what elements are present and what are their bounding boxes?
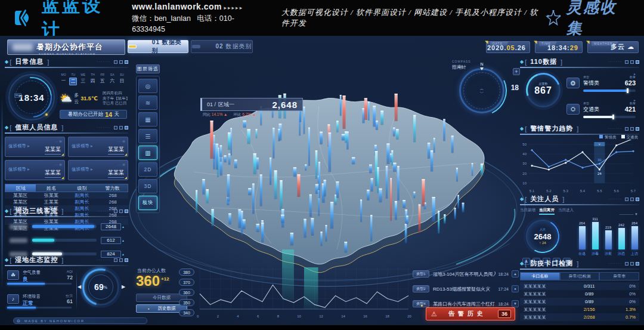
focus-tab[interactable]: 当日新增 [520,208,535,215]
tab-data-category-01[interactable]: 01 数据类别 [128,40,188,53]
window-controls[interactable] [114,60,128,64]
expand-icon [125,126,128,129]
collect-text: 灵感收集 [566,0,628,39]
restore-icon [119,258,123,262]
window-controls[interactable] [625,127,639,131]
minimize-icon [625,198,628,201]
window-controls[interactable] [114,209,128,213]
lunar-calendar-text: 闰四月初四庚子年【鼠年】辛巳月 己巳日 [103,91,130,106]
focus-tab[interactable]: 当日离开 [539,208,555,215]
layer-button-3D[interactable]: 3D [138,179,157,193]
panel-checkpoint: ◆[防疫卡口检测] ······· 卡口名称异常/已检测异常率 某某某某某0/3… [520,259,639,316]
office-line-chart[interactable] [197,266,411,314]
weekday-cell[interactable]: TU二 [69,73,77,85]
checkpoint-row[interactable]: 某某某某某0/3110% [520,282,639,290]
bottom-black-bar [0,325,644,330]
restore-icon [630,262,634,266]
made-by-watermark: ⊙ MADE BY NEHOMMICOR [13,317,147,324]
eco-gauge: 69% [82,269,119,306]
trend-line-chart[interactable]: 5040302010˅30245.15.25.35.45.55.65.7 [520,140,638,195]
office-chart-x-axis: 02468101214161820 [197,314,411,318]
barchart-icon[interactable]: ▥ [138,146,157,160]
focus-tab[interactable]: 当日进入 [558,208,574,215]
camera-icon[interactable]: ◎ [138,79,157,93]
website-link[interactable]: www.lanlanwork.com [132,2,222,11]
tab-data-category-02[interactable]: 02 数据类别 [191,40,253,53]
alarm-type-row: ⛭类型交通类数量421▸ [566,101,636,125]
svg-text:20: 20 [522,172,527,175]
scroll-down-button[interactable]: ▼ [512,300,519,307]
minimize-icon [114,209,117,213]
layer-button-2D[interactable]: 2D [138,162,157,177]
duty-leader-card[interactable]: 值班领导··· ⊗某某某 [68,160,128,180]
window-controls[interactable] [625,198,639,201]
minimize-icon [625,60,628,64]
gauge-right-arrow[interactable]: ▶ [122,284,125,289]
y-axis-box: 350 [179,299,194,306]
tab-indicator [128,45,137,48]
duty-leader-card[interactable]: 值班领导··· ⊗某某某 [5,137,65,157]
restore-icon [630,127,634,131]
window-controls[interactable] [114,126,128,129]
checkpoint-tab[interactable]: 异常率 [599,272,639,280]
compass-center-icon: ︿﹀ [480,87,484,95]
svg-text:5.6: 5.6 [614,189,619,193]
scroll-up-button[interactable]: ▲ [512,270,519,277]
alert-history-button[interactable]: ● ⚠ 告警历史 36 [426,307,515,320]
window-controls[interactable] [625,60,639,64]
layer-filter-toolbar: 图层筛选 ◎≋▦☰▥2D3D板块 [136,64,160,213]
panel-title: 日常信息 [15,57,44,66]
gauge-left-arrow[interactable]: ◀ [78,284,81,289]
weekday-cell[interactable]: SA六 [109,73,116,85]
svg-text:30: 30 [597,158,602,162]
weekday-cell[interactable]: FR五 [98,73,106,85]
svg-text:5.4: 5.4 [580,189,586,193]
weekday-cell[interactable]: SU日 [118,73,126,85]
checkpoint-row[interactable]: 某某某某某0/890% [520,290,639,298]
svg-text:50: 50 [522,143,527,146]
scroll-dot[interactable]: ● [512,285,519,292]
expand-icon [125,258,128,262]
duty-leader-card[interactable]: 值班领导··· ⊗某某某 [5,160,65,180]
y-axis-box: 370 [179,279,194,286]
zoom-in-button[interactable]: + [513,68,520,75]
weekday-cell[interactable]: WE三 [79,73,87,85]
svg-text:30: 30 [522,162,527,165]
alarm-type-row: ❂类型警情类数量623▸ [566,75,636,99]
window-controls[interactable] [114,258,128,262]
card-close-icon[interactable]: ··· ⊗ [117,139,125,143]
alert-type-badge: 类型2 [413,285,429,292]
checkpoint-row[interactable]: 某某某某某2/2680.7% [520,313,639,321]
list-icon[interactable]: ☰ [138,129,157,143]
alert-row[interactable]: 类型2RD13-53烟感报警疑似火灾17:24● [413,283,519,294]
traffic-icon: ⛭ [566,104,580,115]
weekday-row[interactable]: MO一TU二WE三TH四FR五SA六SU日 [60,73,126,85]
weekday-cell[interactable]: TH四 [89,73,97,85]
eco-metric: ☘空气质量·········良AQI72 [7,270,73,279]
blurred-label [10,238,27,243]
cloud-sun-icon: ⛅ [60,92,72,104]
arrows-decoration: ▸▸▸▸▸ [224,5,244,11]
signal-icon[interactable]: ≋ [138,95,157,110]
table-row[interactable]: 某某区张某某副局长268 [5,192,128,199]
checkpoint-tab[interactable]: 异常/已检测 [560,272,600,280]
duty-leader-card[interactable]: 值班领导··· ⊗某某某 [68,137,128,157]
checkpoint-row[interactable]: 某某某某某0/890% [520,298,639,306]
flow-value: 2648 [101,223,121,230]
checkpoint-tab[interactable]: 卡口名称 [520,272,560,280]
window-controls[interactable] [625,262,639,266]
zoom-level: 18 [511,84,519,92]
card-close-icon[interactable]: ··· ⊗ [54,162,62,166]
eco-metric: ♪环境噪音·········正常分贝61 [7,294,73,303]
flow-value: 612 [101,237,121,244]
restore-icon [119,126,123,129]
layer-button-板块[interactable]: 板块 [138,196,157,210]
card-close-icon[interactable]: ··· ⊗ [117,162,125,166]
left-edge-decoration [1,95,3,289]
checkpoint-row[interactable]: 某某某某某2/1561.3% [520,306,639,313]
grid-icon[interactable]: ▦ [138,112,157,127]
weekday-cell[interactable]: MO一 [60,73,67,85]
table-row[interactable]: 某某区王某某副局长268 [5,199,128,205]
alert-row[interactable]: 类型1湿地3-104片区有不明人员闯入18:24▲ [413,269,519,279]
card-close-icon[interactable]: ··· ⊗ [54,139,62,143]
